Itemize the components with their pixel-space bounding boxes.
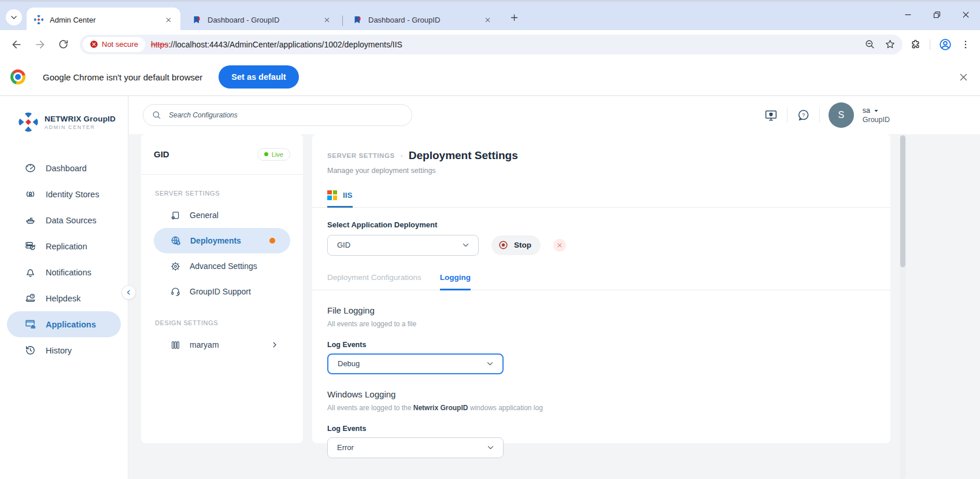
url-rest: ://localhost:4443/AdminCenter/applicatio…: [168, 40, 402, 49]
default-browser-infobar: Google Chrome isn't your default browser…: [0, 58, 980, 96]
tab-logging[interactable]: Logging: [440, 273, 471, 290]
search-icon: [151, 110, 162, 120]
deployment-select-label: Select Application Deployment: [327, 220, 890, 229]
configuration-header: GID Live: [141, 134, 303, 175]
brand-subtitle: ADMIN CENTER: [45, 124, 116, 130]
maximize-button[interactable]: [922, 2, 951, 27]
config-item-maryam[interactable]: maryam: [141, 332, 303, 358]
urlbar-icons: [864, 39, 896, 50]
back-button[interactable]: [7, 35, 27, 54]
sidebar-item-history[interactable]: History: [0, 337, 128, 363]
back-arrow-icon: [11, 39, 23, 50]
stop-button[interactable]: Stop: [491, 235, 541, 255]
search-input[interactable]: Search Configurations: [143, 104, 412, 126]
reload-button[interactable]: [53, 35, 73, 54]
sidebar-item-identity-stores[interactable]: Identity Stores: [0, 181, 128, 207]
record-stop-icon: [498, 240, 509, 250]
not-secure-badge[interactable]: Not secure: [83, 37, 145, 52]
config-item-groupid-support[interactable]: GroupID Support: [141, 279, 303, 304]
tab-close-icon[interactable]: [321, 14, 332, 25]
monitor-shield-icon[interactable]: [764, 108, 778, 123]
file-log-events-label: Log Events: [327, 341, 890, 349]
panel-collapse-button[interactable]: [121, 285, 136, 300]
admin-center-favicon-icon: [34, 14, 44, 25]
sidebar-item-data-sources[interactable]: Data Sources: [0, 207, 128, 233]
help-icon[interactable]: ?: [796, 108, 811, 123]
sidebar-item-dashboard[interactable]: Dashboard: [0, 155, 128, 181]
bookmark-star-icon[interactable]: [885, 39, 896, 50]
extensions-icon[interactable]: [909, 38, 922, 50]
not-secure-icon: [90, 40, 98, 49]
plus-icon: [510, 13, 519, 22]
status-badge: Live: [257, 148, 290, 161]
new-tab-button[interactable]: [506, 10, 522, 25]
not-secure-label: Not secure: [102, 40, 138, 49]
profile-icon[interactable]: [938, 38, 952, 51]
file-logging-description: All events are logged to a file: [327, 320, 890, 328]
zoom-icon[interactable]: [864, 39, 875, 50]
set-as-default-button[interactable]: Set as default: [219, 65, 298, 89]
file-log-events-value: Debug: [338, 359, 360, 368]
forward-button[interactable]: [30, 35, 50, 54]
file-log-events-select[interactable]: Debug: [327, 353, 504, 374]
file-logging-title: File Logging: [327, 305, 890, 315]
content-scrollbar[interactable]: [900, 134, 906, 479]
config-item-advanced-settings[interactable]: Advanced Settings: [141, 253, 303, 279]
toolbar-divider: [930, 39, 930, 50]
config-item-label: Advanced Settings: [190, 261, 257, 271]
sidebar-item-label: Replication: [46, 242, 87, 251]
headset-icon: [170, 286, 181, 297]
browser-tab-dashboard-2[interactable]: Dashboard - GroupID: [346, 8, 500, 32]
stop-button-label: Stop: [514, 241, 531, 249]
url-bar[interactable]: Not secure https://localhost:4443/AdminC…: [80, 35, 903, 54]
deployment-select-value: GID: [337, 241, 350, 249]
chevron-down-icon: [486, 443, 495, 452]
deployment-select[interactable]: GID: [327, 235, 479, 256]
config-item-deployments[interactable]: Deployments: [154, 228, 290, 253]
windows-logging-desc-post: windows application log: [468, 404, 542, 412]
tab-close-icon[interactable]: [163, 14, 173, 25]
sidebar-item-helpdesk[interactable]: ? Helpdesk: [0, 285, 128, 311]
config-item-label: Deployments: [190, 236, 241, 245]
browser-tab-admin-center[interactable]: Admin Center: [27, 8, 180, 32]
sidebar-item-notifications[interactable]: Notifications: [0, 259, 128, 285]
app-topbar: Search Configurations ? S sa GroupID: [129, 96, 980, 134]
user-name: sa: [863, 106, 870, 115]
sidebar-item-applications[interactable]: Applications: [7, 311, 121, 337]
deployments-globe-icon: [170, 235, 182, 246]
brand: NETWRIX GroupID ADMIN CENTER: [17, 111, 128, 133]
forward-arrow-icon: [34, 39, 46, 50]
user-info[interactable]: sa GroupID: [863, 106, 890, 124]
infobar-close-icon[interactable]: [959, 72, 968, 82]
tab-search-button[interactable]: [6, 9, 22, 25]
admin-center-app: NETWRIX GroupID ADMIN CENTER Dashboard I…: [0, 96, 980, 479]
chevron-down-icon: [10, 13, 18, 21]
tab-title: Admin Center: [50, 16, 157, 24]
menu-kebab-icon[interactable]: [960, 39, 971, 50]
toolbar-right: [909, 38, 973, 51]
topbar-right: ? S sa GroupID: [764, 96, 890, 134]
configuration-panel: GID Live SERVER SETTINGS General Deploym…: [141, 134, 303, 443]
scrollbar-thumb[interactable]: [900, 135, 905, 267]
config-item-general[interactable]: General: [141, 202, 303, 228]
minimize-button[interactable]: [893, 2, 922, 27]
tab-close-icon[interactable]: [482, 14, 493, 25]
helpdesk-icon: ?: [24, 292, 36, 304]
design-settings-section-label: DESIGN SETTINGS: [155, 319, 303, 326]
tab-deployment-configurations[interactable]: Deployment Configurations: [327, 273, 421, 290]
restore-icon: [933, 10, 941, 19]
user-avatar[interactable]: S: [829, 102, 854, 128]
windows-logging-description: All events are logged to the Netwrix Gro…: [327, 404, 890, 412]
deployment-row: GID Stop: [327, 235, 890, 256]
browser-tab-dashboard-1[interactable]: Dashboard - GroupID: [185, 8, 339, 32]
close-window-button[interactable]: [951, 2, 980, 27]
sidebar-item-replication[interactable]: Replication: [0, 233, 128, 259]
tab-iis[interactable]: IIS: [327, 190, 353, 208]
minimize-icon: [904, 10, 912, 19]
sidebar-item-label: Identity Stores: [46, 190, 99, 199]
dismiss-deployment-icon[interactable]: [553, 239, 566, 252]
deployment-settings-panel: SERVER SETTINGS - Deployment Settings Ma…: [312, 134, 890, 443]
sidebar-item-label: Applications: [46, 320, 96, 329]
topbar-divider: [819, 108, 820, 123]
windows-log-events-select[interactable]: Error: [327, 437, 504, 458]
